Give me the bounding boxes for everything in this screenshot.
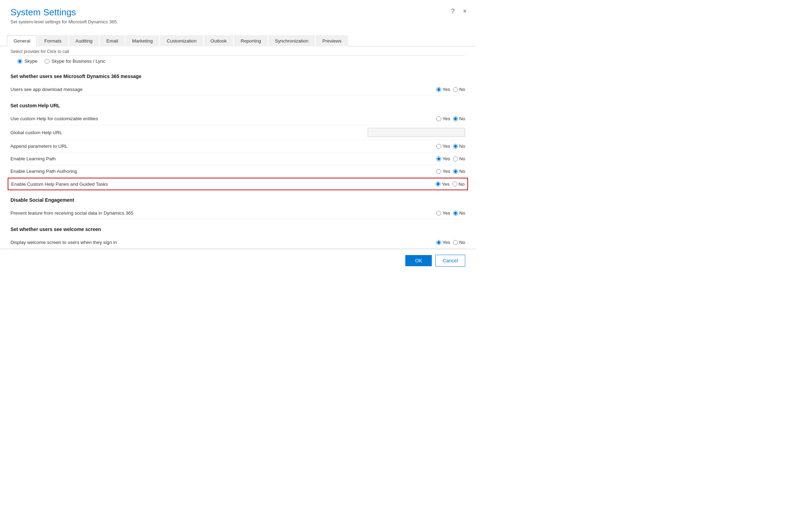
radio-no-label-append_params: No: [459, 144, 465, 149]
radio-no-label-enable_learning_path: No: [459, 156, 465, 161]
radio-label-skype_business: Skype for Business / Lync: [52, 59, 106, 64]
setting-controls-enable_learning_path_authoring: YesNo: [396, 169, 465, 174]
setting-row-app_download: Users see app download messageYesNo: [10, 83, 465, 96]
dialog-controls: ? ×: [449, 7, 469, 16]
setting-row-display_welcome: Display welcome screen to users when the…: [10, 236, 465, 249]
setting-row-global_custom_help_url: Global custom Help URL: [10, 125, 465, 140]
setting-label-enable_learning_path: Enable Learning Path: [10, 156, 396, 161]
section-heading-social_engagement: Disable Social Engagement: [10, 197, 465, 204]
radio-no-label-enable_learning_path_authoring: No: [459, 169, 465, 174]
radio-no-label-use_custom_help: No: [459, 116, 465, 121]
radio-no-label-app_download: No: [459, 87, 465, 92]
dialog-header: System Settings Set system-level setting…: [0, 0, 476, 28]
section-heading-custom_help: Set custom Help URL: [10, 103, 465, 110]
setting-controls-app_download: YesNo: [396, 87, 465, 92]
radio-no-label-display_welcome: No: [459, 240, 465, 245]
tab-formats[interactable]: Formats: [38, 35, 68, 46]
content-area: Select provider for Click to call SkypeS…: [0, 46, 476, 249]
radio-yes-use_custom_help[interactable]: Yes: [436, 116, 450, 121]
setting-label-enable_custom_help_panes: Enable Custom Help Panes and Guided Task…: [11, 182, 395, 187]
radio-no-label-prevent_social: No: [459, 210, 465, 216]
tab-customization[interactable]: Customization: [160, 35, 203, 46]
radio-no-enable_custom_help_panes[interactable]: No: [452, 182, 465, 187]
radio-yes-label-append_params: Yes: [443, 144, 450, 149]
radio-yes-app_download[interactable]: Yes: [436, 87, 450, 92]
setting-label-prevent_social: Prevent feature from receiving social da…: [10, 210, 396, 216]
setting-row-enable_custom_help_panes: Enable Custom Help Panes and Guided Task…: [8, 178, 468, 190]
dialog-footer: OK Cancel: [0, 249, 476, 272]
dialog-title: System Settings: [10, 7, 465, 18]
tab-email[interactable]: Email: [100, 35, 125, 46]
setting-controls-use_custom_help: YesNo: [396, 116, 465, 121]
setting-controls-display_welcome: YesNo: [396, 240, 465, 245]
radio-no-append_params[interactable]: No: [453, 144, 465, 149]
setting-row-enable_learning_path: Enable Learning PathYesNo: [10, 153, 465, 165]
text-input-global_custom_help_url[interactable]: [368, 128, 465, 137]
radio-yes-enable_custom_help_panes[interactable]: Yes: [436, 182, 450, 187]
setting-label-enable_learning_path_authoring: Enable Learning Path Authoring: [10, 169, 396, 174]
radio-label-skype: Skype: [24, 59, 38, 64]
setting-controls-prevent_social: YesNo: [396, 210, 465, 216]
tab-previews[interactable]: Previews: [316, 35, 348, 46]
radio-yes-prevent_social[interactable]: Yes: [436, 210, 450, 216]
section-heading-ms_message: Set whether users see Microsoft Dynamics…: [10, 74, 465, 80]
setting-label-global_custom_help_url: Global custom Help URL: [10, 130, 368, 135]
radio-yes-enable_learning_path_authoring[interactable]: Yes: [436, 169, 450, 174]
click-to-call-section: SkypeSkype for Business / Lync: [10, 56, 465, 67]
radio-yes-enable_learning_path[interactable]: Yes: [436, 156, 450, 161]
radio-no-display_welcome[interactable]: No: [453, 240, 465, 245]
radio-yes-label-enable_learning_path: Yes: [443, 156, 450, 161]
setting-row-append_params: Append parameters to URLYesNo: [10, 140, 465, 153]
section-heading-welcome_screen: Set whether users see welcome screen: [10, 226, 465, 233]
help-button[interactable]: ?: [449, 7, 457, 16]
ok-button[interactable]: OK: [405, 255, 432, 266]
radio-skype_business[interactable]: Skype for Business / Lync: [45, 59, 106, 64]
setting-controls-append_params: YesNo: [396, 144, 465, 149]
setting-label-display_welcome: Display welcome screen to users when the…: [10, 240, 396, 245]
tab-bar: GeneralFormatsAuditingEmailMarketingCust…: [0, 35, 476, 46]
tab-outlook[interactable]: Outlook: [204, 35, 233, 46]
setting-label-append_params: Append parameters to URL: [10, 144, 396, 149]
setting-controls-global_custom_help_url: [368, 128, 465, 137]
setting-controls-enable_custom_help_panes: YesNo: [395, 182, 465, 187]
radio-skype[interactable]: Skype: [17, 59, 38, 64]
setting-label-app_download: Users see app download message: [10, 87, 396, 92]
radio-no-app_download[interactable]: No: [453, 87, 465, 92]
tab-general[interactable]: General: [7, 35, 37, 46]
setting-row-prevent_social: Prevent feature from receiving social da…: [10, 207, 465, 220]
radio-yes-append_params[interactable]: Yes: [436, 144, 450, 149]
scroll-hint: Select provider for Click to call: [10, 46, 465, 56]
tab-synchronization[interactable]: Synchronization: [268, 35, 315, 46]
setting-label-use_custom_help: Use custom Help for customizable entitie…: [10, 116, 396, 121]
tab-marketing[interactable]: Marketing: [125, 35, 159, 46]
radio-no-enable_learning_path[interactable]: No: [453, 156, 465, 161]
radio-yes-label-display_welcome: Yes: [443, 240, 450, 245]
radio-yes-label-prevent_social: Yes: [443, 210, 450, 216]
radio-yes-label-enable_custom_help_panes: Yes: [442, 182, 450, 187]
setting-controls-enable_learning_path: YesNo: [396, 156, 465, 161]
tab-auditing[interactable]: Auditing: [69, 35, 99, 46]
radio-yes-label-enable_learning_path_authoring: Yes: [443, 169, 450, 174]
radio-yes-label-use_custom_help: Yes: [443, 116, 450, 121]
radio-no-prevent_social[interactable]: No: [453, 210, 465, 216]
radio-yes-display_welcome[interactable]: Yes: [436, 240, 450, 245]
setting-row-enable_learning_path_authoring: Enable Learning Path AuthoringYesNo: [10, 165, 465, 178]
tab-reporting[interactable]: Reporting: [234, 35, 268, 46]
system-settings-dialog: System Settings Set system-level setting…: [0, 0, 476, 272]
radio-no-enable_learning_path_authoring[interactable]: No: [453, 169, 465, 174]
setting-row-use_custom_help: Use custom Help for customizable entitie…: [10, 113, 465, 125]
dialog-subtitle: Set system-level settings for Microsoft …: [10, 19, 465, 24]
radio-no-label-enable_custom_help_panes: No: [459, 182, 465, 187]
close-button[interactable]: ×: [461, 7, 469, 16]
cancel-button[interactable]: Cancel: [435, 255, 465, 267]
radio-yes-label-app_download: Yes: [443, 87, 450, 92]
radio-no-use_custom_help[interactable]: No: [453, 116, 465, 121]
